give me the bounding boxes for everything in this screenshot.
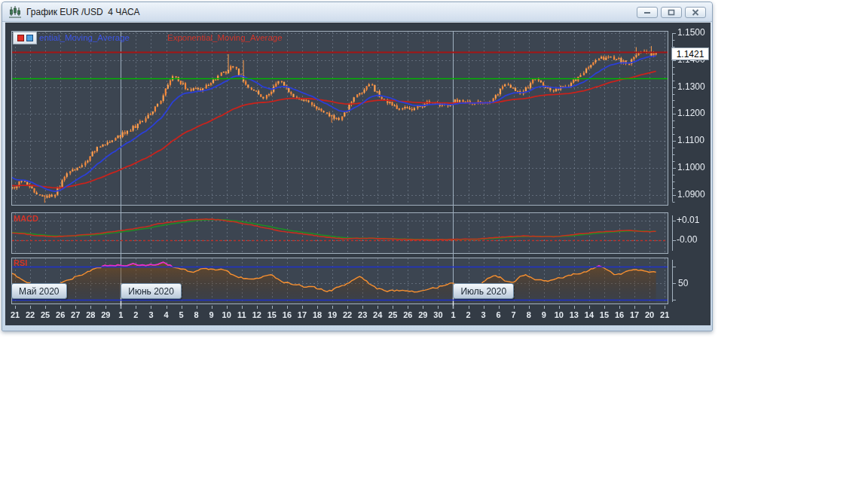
chart-window: График EUR /USD 4 ЧАСА ential_Moving_Ave… bbox=[2, 2, 713, 331]
candlestick-chart-icon bbox=[8, 6, 22, 18]
window-titlebar[interactable]: График EUR /USD 4 ЧАСА bbox=[2, 2, 712, 22]
restore-icon bbox=[668, 9, 675, 16]
close-icon bbox=[692, 9, 699, 16]
close-button[interactable] bbox=[685, 7, 706, 18]
restore-button[interactable] bbox=[661, 7, 682, 18]
ema-blue-swatch[interactable] bbox=[26, 35, 33, 41]
chart-client-area: ential_Moving_Average Exponential_Moving… bbox=[5, 23, 711, 325]
indicator-legend-buttons[interactable] bbox=[13, 32, 37, 44]
minimize-icon bbox=[643, 10, 651, 16]
minimize-button[interactable] bbox=[637, 7, 658, 18]
chart-canvas[interactable] bbox=[5, 23, 711, 325]
ema-red-swatch[interactable] bbox=[17, 35, 24, 41]
window-title: График EUR /USD 4 ЧАСА bbox=[26, 7, 140, 17]
